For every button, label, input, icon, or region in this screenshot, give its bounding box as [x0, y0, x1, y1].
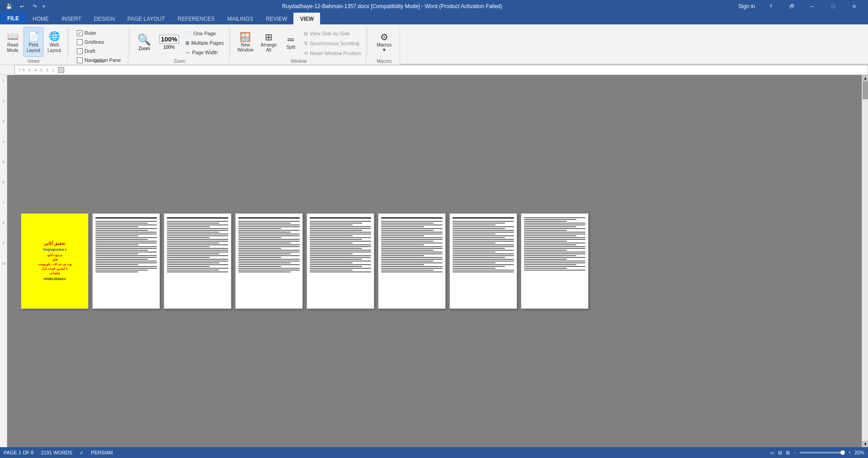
zoom-level: 20%	[854, 450, 864, 455]
new-window-icon: 🪟	[240, 32, 251, 42]
web-layout-btn[interactable]: 🌐 WebLayout	[44, 27, 64, 57]
views-label: Views	[0, 59, 67, 64]
zoom-btn[interactable]: 🔍 Zoom	[133, 27, 155, 57]
restore-btn[interactable]: 🗗	[781, 0, 802, 13]
window-title: Ruydadhaye-12-Bahman-1357.docx [Compatib…	[46, 3, 738, 9]
page-5	[307, 213, 374, 309]
status-right: ▭ ⊟ ⊞ − + 20%	[770, 450, 864, 456]
page-width-icon: ↔	[185, 50, 190, 55]
print-layout-btn[interactable]: 📄 PrintLayout	[24, 27, 43, 57]
main-area: 1 2 3 4 5 6 7 8 9 10 تحقیق آنلاین Tahghi…	[0, 75, 868, 447]
tab-file[interactable]: FILE	[0, 13, 26, 24]
page-8	[521, 213, 589, 309]
status-left: PAGE 1 OF 8 2191 WORDS ✓ PERSIAN	[4, 450, 113, 456]
page-indicator: PAGE 1 OF 8	[4, 450, 33, 455]
minimize-btn[interactable]: ─	[802, 0, 823, 13]
view-mode-web-btn[interactable]: ⊞	[786, 450, 790, 456]
tab-view[interactable]: VIEW	[293, 13, 320, 24]
ruler-checkbox[interactable]: Ruler	[77, 29, 96, 37]
scroll-thumb[interactable]	[863, 81, 868, 99]
show-label: Show	[70, 59, 128, 64]
zoom-slider[interactable]	[800, 452, 845, 453]
ribbon-group-zoom: 🔍 Zoom 100% 100% 📄 One Page ⊞ Multiple P…	[131, 26, 229, 65]
arrange-all-icon: ⊞	[265, 32, 273, 42]
multiple-pages-icon: ⊞	[185, 40, 189, 46]
read-mode-btn[interactable]: 📖 ReadMode	[3, 27, 23, 57]
document-area: تحقیق آنلاین Tahghighonline.ir مرجع دانل…	[7, 75, 862, 447]
zoom-100-icon: 100%	[159, 35, 179, 44]
split-icon: ═	[288, 34, 294, 45]
zoom-slider-thumb	[840, 450, 845, 455]
tab-bar: FILE HOME INSERT DESIGN PAGE LAYOUT REFE…	[0, 13, 868, 24]
reset-window-btn[interactable]: ⟲ Reset Window Position	[302, 49, 363, 58]
arrange-all-btn[interactable]: ⊞ ArrangeAll	[258, 27, 280, 57]
vertical-ruler: 1 2 3 4 5 6 7 8 9 10	[0, 75, 7, 447]
horizontal-ruler: 7 6 5 4 3 2 1	[14, 65, 868, 75]
ribbon-group-macros: ⚙ Macros▼ Macros	[368, 26, 400, 65]
zoom-out-btn[interactable]: −	[793, 450, 796, 455]
scrollbar-vertical[interactable]: ▲ ▼	[862, 75, 868, 447]
ruler-handle[interactable]	[58, 67, 64, 73]
draft-checkbox[interactable]: Draft	[77, 47, 95, 55]
sign-in-link[interactable]: Sign in	[738, 3, 755, 9]
title-bar: 💾 ↩ ↷ ▼ Ruydadhaye-12-Bahman-1357.docx […	[0, 0, 868, 13]
scroll-down-btn[interactable]: ▼	[862, 441, 868, 447]
window-label: Window	[231, 59, 366, 64]
maximize-btn[interactable]: □	[823, 0, 844, 13]
save-quick-btn[interactable]: 💾	[4, 1, 14, 12]
macros-icon: ⚙	[380, 32, 388, 42]
tab-home[interactable]: HOME	[26, 13, 55, 24]
sync-scroll-btn[interactable]: ⇅ Synchronous Scrolling	[302, 39, 363, 48]
web-layout-icon: 🌐	[49, 31, 60, 42]
tab-insert[interactable]: INSERT	[55, 13, 88, 24]
undo-quick-btn[interactable]: ↩	[16, 1, 27, 12]
status-bar: PAGE 1 OF 8 2191 WORDS ✓ PERSIAN ▭ ⊟ ⊞ −…	[0, 447, 868, 458]
word-count: 2191 WORDS	[41, 450, 72, 455]
ribbon-group-window: 🪟 NewWindow ⊞ ArrangeAll ═ Split ⊟ View …	[231, 26, 366, 65]
language-indicator: PERSIAN	[91, 450, 113, 455]
one-page-icon: 📄	[185, 31, 192, 37]
multiple-pages-btn[interactable]: ⊞ Multiple Pages	[183, 38, 226, 47]
macros-label: Macros	[368, 59, 400, 64]
one-page-btn[interactable]: 📄 One Page	[183, 29, 226, 38]
tab-mailings[interactable]: MAILINGS	[221, 13, 259, 24]
tab-page-layout[interactable]: PAGE LAYOUT	[121, 13, 171, 24]
page-width-btn[interactable]: ↔ Page Width	[183, 48, 226, 57]
split-btn[interactable]: ═ Split	[281, 27, 301, 57]
print-layout-icon: 📄	[28, 31, 39, 42]
scroll-up-btn[interactable]: ▲	[862, 75, 868, 81]
page-3	[164, 213, 231, 309]
redo-quick-btn[interactable]: ↷	[29, 1, 40, 12]
ribbon-group-show: Ruler Gridlines Draft Navigation Pane Sh…	[70, 26, 128, 65]
reset-window-icon: ⟲	[304, 51, 308, 56]
page-2	[92, 213, 160, 309]
tab-design[interactable]: DESIGN	[88, 13, 121, 24]
macros-btn[interactable]: ⚙ Macros▼	[373, 27, 395, 57]
window-controls: ? 🗗 ─ □ ✕	[760, 0, 864, 13]
gridlines-checkbox-box[interactable]	[77, 39, 83, 45]
document-check-icon: ✓	[80, 450, 84, 456]
new-window-btn[interactable]: 🪟 NewWindow	[234, 27, 257, 57]
page-6	[378, 213, 446, 309]
page-7	[449, 213, 517, 309]
gridlines-checkbox[interactable]: Gridlines	[77, 38, 104, 46]
zoom-in-btn[interactable]: +	[849, 450, 851, 455]
zoom-100-btn[interactable]: 100% 100%	[156, 27, 182, 57]
draft-checkbox-box[interactable]	[77, 48, 83, 54]
page-1: تحقیق آنلاین Tahghighonline.ir مرجع دانل…	[21, 213, 89, 309]
view-mode-reading-btn[interactable]: ⊟	[778, 450, 782, 456]
page-4	[235, 213, 303, 309]
tab-review[interactable]: REVIEW	[259, 13, 293, 24]
ruler-checkbox-box[interactable]	[77, 30, 83, 36]
view-mode-normal-btn[interactable]: ▭	[770, 450, 774, 456]
quick-access-toolbar: 💾 ↩ ↷ ▼	[4, 1, 46, 12]
help-btn[interactable]: ?	[760, 0, 781, 13]
ribbon: 📖 ReadMode 📄 PrintLayout 🌐 WebLayout Vie…	[0, 24, 868, 65]
zoom-icon: 🔍	[137, 33, 151, 46]
close-btn[interactable]: ✕	[844, 0, 864, 13]
read-mode-icon: 📖	[7, 31, 19, 42]
view-side-by-side-btn[interactable]: ⊟ View Side by Side	[302, 29, 363, 38]
ruler-area: 7 6 5 4 3 2 1	[0, 65, 868, 75]
tab-references[interactable]: REFERENCES	[171, 13, 221, 24]
zoom-label: Zoom	[131, 59, 229, 64]
